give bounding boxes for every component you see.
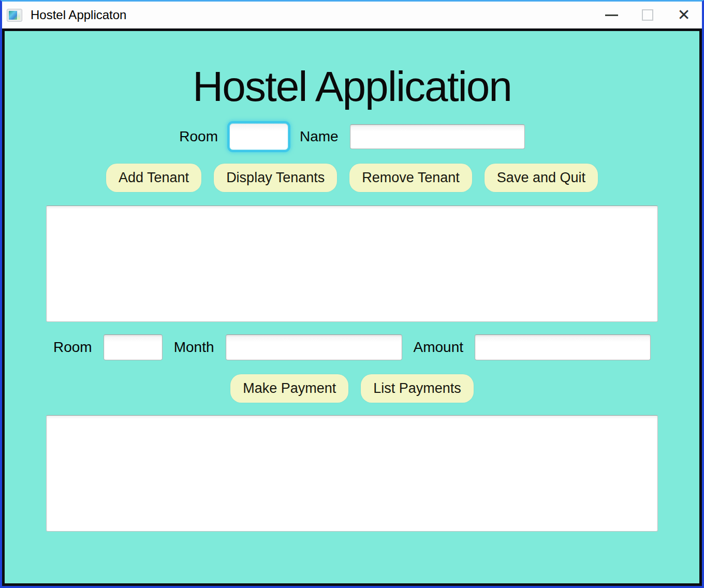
payment-amount-label: Amount	[414, 339, 464, 356]
tenant-room-input[interactable]	[229, 123, 288, 150]
tenant-output-area[interactable]	[46, 205, 658, 322]
tenant-form-row: Room Name	[179, 123, 524, 150]
add-tenant-button[interactable]: Add Tenant	[106, 164, 201, 192]
tenant-name-label: Name	[300, 128, 339, 145]
app-icon-strip	[18, 11, 20, 20]
payment-button-row: Make Payment List Payments	[230, 374, 474, 403]
app-icon-pane	[9, 11, 17, 20]
list-payments-button[interactable]: List Payments	[361, 374, 474, 403]
app-window: Hostel Applicaton ✕ Hostel Application R…	[0, 0, 704, 588]
minimize-icon	[605, 14, 618, 16]
tenant-button-row: Add Tenant Display Tenants Remove Tenant…	[106, 164, 598, 192]
payment-form-row: Room Month Amount	[53, 334, 651, 360]
app-icon	[7, 9, 22, 22]
payment-output-area[interactable]	[46, 415, 658, 532]
close-button[interactable]: ✕	[666, 2, 702, 28]
window-title: Hostel Applicaton	[31, 8, 126, 22]
payment-room-input[interactable]	[104, 334, 163, 360]
minimize-button[interactable]	[593, 2, 629, 28]
payment-room-label: Room	[53, 339, 92, 356]
display-tenants-button[interactable]: Display Tenants	[214, 164, 337, 192]
remove-tenant-button[interactable]: Remove Tenant	[349, 164, 472, 192]
tenant-name-input[interactable]	[350, 124, 525, 149]
tenant-room-label: Room	[179, 128, 218, 145]
payment-month-input[interactable]	[226, 334, 402, 360]
page-title: Hostel Application	[193, 65, 511, 108]
close-icon: ✕	[677, 7, 690, 23]
maximize-button[interactable]	[629, 2, 666, 28]
payment-month-label: Month	[174, 339, 214, 356]
make-payment-button[interactable]: Make Payment	[230, 374, 348, 403]
maximize-icon	[642, 9, 653, 21]
payment-amount-input[interactable]	[475, 334, 651, 360]
main-content: Hostel Application Room Name Add Tenant …	[2, 28, 702, 586]
save-and-quit-button[interactable]: Save and Quit	[485, 164, 598, 192]
title-bar[interactable]: Hostel Applicaton ✕	[2, 2, 702, 28]
